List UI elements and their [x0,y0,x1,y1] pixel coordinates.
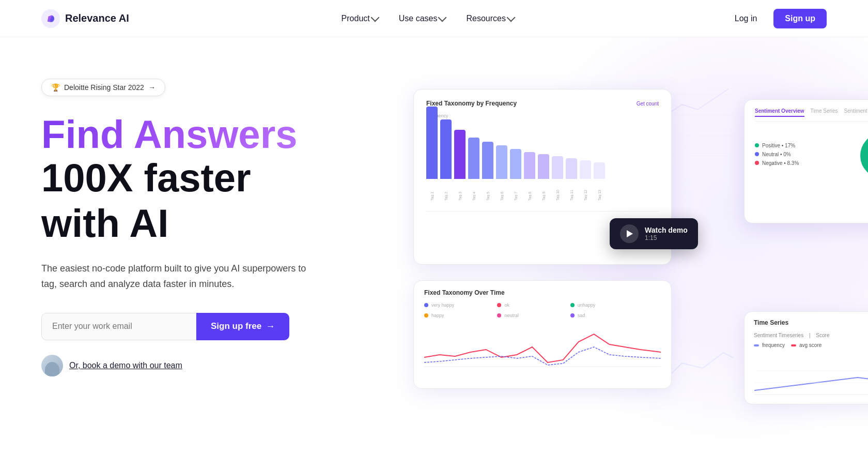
badge-text: Deloitte Rising Star 2022 [64,83,144,92]
bar [496,145,507,179]
bar-group: Tag 9 [538,154,549,201]
dot-label: unhappy [578,303,596,308]
watch-demo-duration: 1:15 [645,234,688,241]
bar-label: Tag 1 [430,180,434,201]
chart-card-header: Fixed Taxonomy by Frequency Get count [426,100,659,107]
bar [510,149,521,179]
watch-demo-text: Watch demo 1:15 [645,226,688,241]
avg-score-dot [791,344,796,346]
tab-sentiment-overview[interactable]: Sentiment Overview [755,108,804,117]
dot-icon [424,313,428,318]
signup-button[interactable]: Sign up [773,9,827,28]
book-demo: Or, book a demo with our team [41,355,362,376]
bar-label: Tag 6 [500,180,504,201]
nav-product[interactable]: Product [333,10,386,27]
bar [552,156,563,179]
bar-group: Tag 12 [580,160,591,201]
dot-legend-item: very happy [424,303,495,308]
badge-arrow-icon: → [148,83,156,92]
bar-label: Tag 9 [542,180,546,201]
book-demo-link[interactable]: Or, book a demo with our team [69,361,182,370]
svg-point-10 [865,138,868,174]
headline-line2: 100X faster [41,156,362,200]
timeseries-header: Time Series [754,319,868,326]
bar-label: Tag 12 [584,180,587,201]
legend-negative: Negative • 8.3% [755,160,847,166]
signup-free-button[interactable]: Sign up free → [196,313,289,340]
email-input[interactable] [41,313,196,340]
avatar [41,355,63,376]
dashboard-visuals: Fixed Taxonomy by Frequency Get count Fr… [382,68,868,420]
bar-label: Tag 10 [556,180,560,201]
play-button[interactable] [620,224,639,243]
nav-right: Log in Sign up [726,9,827,28]
watch-demo-tooltip[interactable]: Watch demo 1:15 [610,218,698,249]
bar-label: Tag 8 [528,180,532,201]
timeseries-legend: frequency avg score [754,342,868,351]
timeseries-card: Time Series Sentiment Timeseries | Score… [744,311,868,404]
award-badge[interactable]: 🏆 Deloitte Rising Star 2022 → [41,79,165,96]
timeline-card: Fixed Taxonomy Over Time very happyokunh… [413,280,672,389]
resources-chevron-icon [506,13,515,22]
bar [594,162,605,179]
dot-legend-item: ok [497,303,568,308]
bar-group: Tag 5 [482,142,493,201]
chart-action[interactable]: Get count [637,101,659,107]
watch-demo-label: Watch demo [645,226,688,234]
nav-center: Product Use cases Resources [333,10,522,27]
sparkline [424,326,661,368]
sentiment-card: Sentiment Overview Time Series Sentiment… [744,99,868,223]
timeseries-title: Time Series [754,319,788,326]
chart-y-label: Frequency [426,113,659,118]
login-button[interactable]: Log in [726,10,766,27]
dot-legend-item: happy [424,313,495,318]
bar-label: Tag 2 [444,180,448,201]
legend-neutral: Neutral • 0% [755,152,847,157]
neutral-dot [755,152,759,156]
bar-label: Tag 4 [472,180,476,201]
dot-icon [497,313,501,318]
bar [426,107,438,179]
bar-group: Tag 6 [496,145,507,201]
sentiment-legend: Positive • 17% Neutral • 0% Negative • 8… [755,143,847,169]
bar-label: Tag 3 [458,180,462,201]
dot-label: very happy [431,303,454,308]
product-chevron-icon [370,13,379,22]
logo-text: Relevance AI [65,12,129,24]
email-form: Sign up free → [41,313,362,340]
hero-description: The easiest no-code platform built to gi… [41,261,310,292]
bar-label: Tag 11 [570,180,574,201]
bar-group: Tag 4 [468,138,479,201]
legend-avg-score: avg score [791,342,822,348]
dot-icon [424,303,428,307]
nav-use-cases[interactable]: Use cases [391,10,454,27]
chart-title: Fixed Taxonomy by Frequency [426,100,517,107]
sentiment-content: Positive • 17% Neutral • 0% Negative • 8… [755,130,868,182]
dot-label: happy [431,313,444,318]
dot-legend-item: sad [570,313,641,318]
use-cases-chevron-icon [438,13,447,22]
logo-icon [41,9,60,28]
hero-right: Fixed Taxonomy by Frequency Get count Fr… [382,68,827,420]
tab-sentiment-timeseries[interactable]: Sentiment Timeseries [844,108,868,117]
timeseries-chart [754,354,868,396]
tab-time-series[interactable]: Time Series [811,108,838,117]
frequency-dot [754,344,759,346]
logo[interactable]: Relevance AI [41,9,129,28]
bar-label: Tag 13 [598,180,601,201]
bar [538,154,549,179]
dot-legend-item: neutral [497,313,568,318]
dot-icon [570,303,575,307]
bar-group: Tag 2 [440,119,452,201]
nav-resources[interactable]: Resources [458,10,522,27]
bar [524,152,535,179]
timeline-title: Fixed Taxonomy Over Time [424,289,505,296]
bar-group: Tag 11 [566,158,577,201]
dot-label: neutral [504,313,519,318]
dot-icon [570,313,575,318]
headline-line1: Find Answers [41,115,362,154]
bar [482,142,493,179]
bar-group: Tag 3 [454,130,466,201]
dot-legend-item: unhappy [570,303,641,308]
sentiment-tabs: Sentiment Overview Time Series Sentiment… [755,108,868,122]
